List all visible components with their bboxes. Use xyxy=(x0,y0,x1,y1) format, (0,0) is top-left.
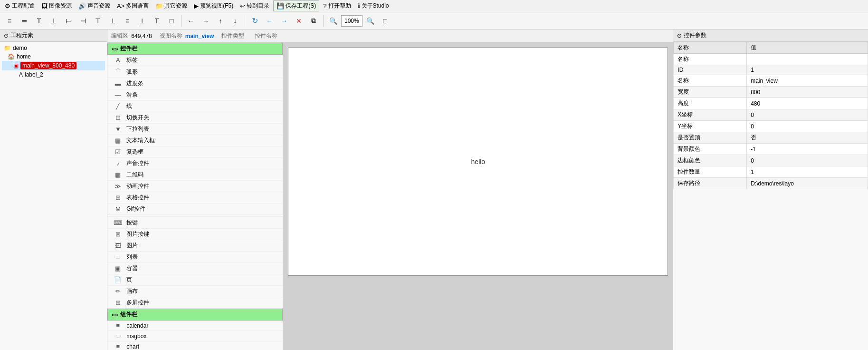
ctrl-toggle[interactable]: ⊡ 切换开关 xyxy=(107,112,283,124)
toolbar-btn-hcenter[interactable]: ≡ xyxy=(121,14,134,28)
menu-other-resource[interactable]: 📁 其它资源 xyxy=(153,1,190,11)
toolbar-btn-text[interactable]: T xyxy=(32,14,46,28)
slider-icon: — xyxy=(113,91,123,98)
menu-goto-toc[interactable]: ↩ 转到目录 xyxy=(237,1,272,11)
menu-about[interactable]: ℹ 关于Studio xyxy=(355,1,392,11)
ctrl-label[interactable]: A 标签 xyxy=(107,55,283,66)
prop-name-8: 背景颜色 xyxy=(674,144,747,155)
prop-value-6[interactable]: 0 xyxy=(747,121,868,132)
ctrl-slider[interactable]: — 滑条 xyxy=(107,89,283,101)
ctrl-list[interactable]: ≡ 列表 xyxy=(107,252,283,263)
menu-audio-resource[interactable]: 🔊 声音资源 xyxy=(76,1,113,11)
toolbar-btn-zoom-in[interactable]: 🔍 xyxy=(364,14,377,28)
ctrl-table[interactable]: ⊞ 表格控件 xyxy=(107,192,283,204)
menu-save[interactable]: 💾 保存工程(S) xyxy=(273,0,319,11)
toolbar-btn-left[interactable]: ⊢ xyxy=(62,14,75,28)
toolbar-btn-delete[interactable]: ✕ xyxy=(292,14,305,28)
right-panel: ⊙ 控件参数 名称 值 名称ID1名称main_view宽度800高度480X坐… xyxy=(673,29,868,350)
toolbar-btn-refresh[interactable]: ↻ xyxy=(248,14,261,28)
ctrl-progress[interactable]: ▬ 进度条 xyxy=(107,78,283,89)
toolbar-zoom-percent[interactable]: 100% xyxy=(341,15,362,27)
prop-value-8[interactable]: -1 xyxy=(747,144,868,155)
widget-section-label: 控件栏 xyxy=(120,45,137,53)
ctrl-button[interactable]: ⌨ 按键 xyxy=(107,217,283,229)
comp-chart[interactable]: ≡ chart xyxy=(107,341,283,350)
editor-body: «» 控件栏 A 标签 ⌒ 弧形 ▬ 进度条 — 滑条 xyxy=(107,43,673,350)
toolbar-btn-redo[interactable]: → xyxy=(277,14,291,28)
container-icon: ▣ xyxy=(113,265,123,272)
prop-value-9[interactable]: 0 xyxy=(747,155,868,166)
list-icon: ≡ xyxy=(113,253,123,261)
tree-item-label2[interactable]: A label_2 xyxy=(2,70,105,79)
menu-project-config[interactable]: ⚙ 工程配置 xyxy=(2,1,38,11)
menu-image-resource[interactable]: 🖼 图像资源 xyxy=(38,1,75,11)
ctrl-imgbutton[interactable]: ⊠ 图片按键 xyxy=(107,229,283,240)
comp-calendar[interactable]: ≡ calendar xyxy=(107,321,283,331)
toolbar-btn-T2[interactable]: T xyxy=(150,14,163,28)
ctrl-animation[interactable]: ≫ 动画控件 xyxy=(107,181,283,192)
comp-msgbox[interactable]: ≡ msgbox xyxy=(107,331,283,341)
toolbar-btn-undo[interactable]: ← xyxy=(263,14,276,28)
other-resource-icon: 📁 xyxy=(155,2,163,10)
component-section-header[interactable]: «» 组件栏 xyxy=(107,309,283,321)
toolbar-btn-box[interactable]: □ xyxy=(165,14,178,28)
widget-section-header[interactable]: «» 控件栏 xyxy=(107,43,283,55)
ctrl-textinput[interactable]: ▤ 文本输入框 xyxy=(107,135,283,146)
toolbar-btn-arrow-up[interactable]: ↑ xyxy=(214,14,227,28)
tree-item-demo[interactable]: 📁 demo xyxy=(2,44,105,52)
ctrl-line[interactable]: ╱ 线 xyxy=(107,101,283,112)
menu-preview[interactable]: ▶ 预览视图(F5) xyxy=(191,1,236,11)
prop-value-0[interactable] xyxy=(747,54,868,65)
prop-row-9: 边框颜色0 xyxy=(674,155,868,166)
audio-icon: ♪ xyxy=(113,160,123,167)
tree-item-home[interactable]: 🏠 home xyxy=(2,52,105,61)
menu-multilang[interactable]: A> 多国语言 xyxy=(114,1,152,11)
toolbar-btn-top[interactable]: ⊤ xyxy=(91,14,105,28)
toolbar-btn-copy[interactable]: ⧉ xyxy=(307,14,320,28)
toolbar-btn-fit[interactable]: □ xyxy=(379,14,392,28)
prop-name-10: 控件数量 xyxy=(674,166,747,178)
ctrl-checkbox[interactable]: ☑ 复选框 xyxy=(107,146,283,158)
prop-value-3[interactable]: 800 xyxy=(747,87,868,98)
prop-value-2[interactable]: main_view xyxy=(747,75,868,87)
ctrl-image[interactable]: 🖼 图片 xyxy=(107,240,283,252)
prop-value-5[interactable]: 0 xyxy=(747,109,868,121)
props-header-icon: ⊙ xyxy=(677,32,682,39)
project-tree: 📁 demo 🏠 home ▣ main_view_800_480 A labe… xyxy=(0,42,107,350)
button-icon: ⌨ xyxy=(113,219,123,226)
ctrl-gif[interactable]: M Gif控件 xyxy=(107,204,283,215)
toolbar-btn-arrow-down[interactable]: ↓ xyxy=(229,14,242,28)
toolbar-btn-bottom[interactable]: ⊥ xyxy=(47,14,60,28)
toolbar-btn-zoom-out[interactable]: 🔍 xyxy=(326,14,340,28)
toolbar-btn-bot2[interactable]: ⊥ xyxy=(106,14,119,28)
view-name-item: 视图名称 main_view xyxy=(160,32,214,40)
ctrl-container[interactable]: ▣ 容器 xyxy=(107,263,283,274)
toolbar-btn-align-center[interactable]: ═ xyxy=(18,14,31,28)
prop-value-10[interactable]: 1 xyxy=(747,166,868,178)
image-ctrl-icon: 🖼 xyxy=(113,242,123,249)
prop-value-11[interactable]: D:\demo\res\layo xyxy=(747,178,868,189)
ctrl-audio[interactable]: ♪ 声音控件 xyxy=(107,158,283,169)
toolbar-btn-arrow-left[interactable]: ← xyxy=(184,14,198,28)
prop-value-1[interactable]: 1 xyxy=(747,65,868,75)
ctrl-arc[interactable]: ⌒ 弧形 xyxy=(107,66,283,78)
project-panel-header-icon: ⊙ xyxy=(4,32,9,39)
toolbar-btn-align-left[interactable]: ≡ xyxy=(3,14,16,28)
menu-help[interactable]: ? 打开帮助 xyxy=(320,1,353,11)
arc-icon: ⌒ xyxy=(113,68,123,76)
toolbar-btn-vcenter[interactable]: ⊥ xyxy=(135,14,149,28)
tree-item-main-view[interactable]: ▣ main_view_800_480 xyxy=(2,61,105,70)
prop-value-4[interactable]: 480 xyxy=(747,98,868,109)
label-icon: A xyxy=(19,71,23,78)
ctrl-multiscreen[interactable]: ⊞ 多屏控件 xyxy=(107,297,283,309)
ctrl-page[interactable]: 📄 页 xyxy=(107,274,283,286)
toolbar-btn-arrow-right[interactable]: → xyxy=(199,14,212,28)
ctrl-qrcode[interactable]: ▦ 二维码 xyxy=(107,169,283,181)
prop-value-7[interactable]: 否 xyxy=(747,132,868,144)
ctrl-canvas[interactable]: ✏ 画布 xyxy=(107,286,283,297)
canvas-icon: ✏ xyxy=(113,288,123,295)
image-resource-icon: 🖼 xyxy=(41,2,48,10)
gif-icon: M xyxy=(113,205,123,213)
ctrl-dropdown[interactable]: ▼ 下拉列表 xyxy=(107,124,283,135)
toolbar-btn-right[interactable]: ⊣ xyxy=(76,14,90,28)
